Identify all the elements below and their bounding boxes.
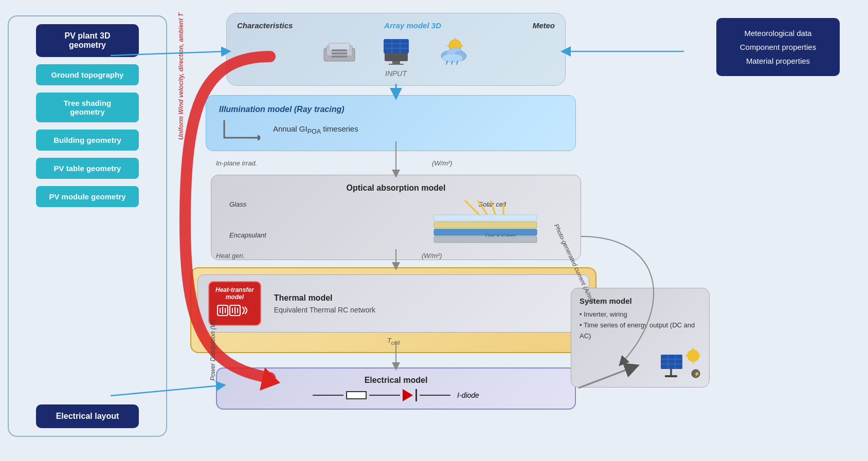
- ground-topo-box: Ground topography: [36, 64, 139, 85]
- input-header: Characteristics Array model 3D Meteo: [237, 21, 555, 30]
- svg-text:⚡: ⚡: [694, 371, 700, 377]
- pv-table-box: PV table geometry: [36, 158, 139, 179]
- svg-rect-31: [434, 215, 537, 221]
- wind-label: Uniform Wind velocity, direction, ambien…: [177, 13, 185, 140]
- diode-triangle: [403, 389, 413, 401]
- in-plane-label: In-plane irrad.: [216, 159, 257, 167]
- input-box: Characteristics Array model 3D Meteo: [226, 13, 566, 86]
- svg-rect-54: [665, 375, 677, 377]
- gi-text: Annual GIPOA timeseries: [273, 124, 358, 135]
- meteo-label: Meteo: [533, 21, 555, 30]
- heat-transfer-box: Heat-transfermodel: [208, 281, 261, 326]
- main-container: PV plant 3D geometry Ground topography T…: [0, 0, 868, 461]
- svg-marker-26: [258, 135, 260, 141]
- svg-rect-34: [434, 236, 537, 243]
- system-box: System model • Inverter, wiring • Time s…: [571, 288, 710, 388]
- wm2-illum-label: (W/m²): [432, 159, 453, 167]
- gi-sub: POA: [308, 128, 321, 135]
- wire-right: [420, 395, 450, 396]
- pv-module-box: PV module geometry: [36, 186, 139, 207]
- power-dissipation-label: Power Dissipation (W): [209, 320, 216, 381]
- svg-rect-8: [389, 64, 404, 65]
- met-line1: Meteorological data: [729, 26, 827, 40]
- heat-gen-label: Heat gen.: [216, 252, 245, 260]
- svg-rect-5: [332, 56, 347, 58]
- svg-rect-32: [434, 222, 537, 228]
- system-bullet-1: • Inverter, wiring: [580, 309, 701, 320]
- electrical-box: Electrical model I-diode: [216, 367, 576, 410]
- optical-box: Optical absorption model Glass Solar cel…: [211, 175, 581, 260]
- wire-mid: [369, 395, 400, 396]
- building-geometry-label: Building geometry: [53, 136, 121, 144]
- system-content: • Inverter, wiring • Time series of ener…: [580, 309, 701, 341]
- svg-line-29: [491, 200, 496, 216]
- thermal-area: Heat-transfermodel: [190, 267, 596, 353]
- svg-rect-3: [332, 49, 347, 51]
- array-label: Array model 3D: [384, 21, 441, 30]
- met-line3: Material properties: [729, 54, 827, 68]
- resistor-symbol: [346, 391, 367, 399]
- svg-point-43: [687, 349, 699, 362]
- left-panel: PV plant 3D geometry Ground topography T…: [8, 15, 167, 437]
- met-line2: Component properties: [729, 40, 827, 54]
- encapsulant-label: Encapsulant: [229, 231, 266, 239]
- svg-rect-4: [332, 52, 347, 54]
- char-label: Characteristics: [237, 21, 293, 30]
- diode-symbol: I-diode: [230, 389, 562, 401]
- system-bullet-2: • Time series of energy output (DC and A…: [580, 320, 701, 342]
- diagram-area: Characteristics Array model 3D Meteo: [175, 8, 715, 445]
- tcell-label: Tcell: [197, 337, 589, 346]
- thermal-content: Equivalent Thermal RC network: [274, 306, 578, 314]
- solar-monitor-icon: [378, 36, 414, 65]
- weather-icon: [435, 36, 471, 65]
- wm2-optical-label: (W/m²): [422, 252, 442, 260]
- pv-plant-box: PV plant 3D geometry: [36, 24, 139, 57]
- thermal-box: Heat-transfermodel: [197, 274, 589, 333]
- illumination-content: Annual GIPOA timeseries: [219, 118, 563, 141]
- svg-rect-33: [434, 229, 537, 235]
- tree-shading-box: Tree shading geometry: [36, 93, 139, 122]
- illumination-title: Illumination model (Ray tracing): [219, 105, 563, 114]
- electrical-layout-box: Electrical layout: [36, 404, 139, 428]
- ground-topo-label: Ground topography: [51, 70, 124, 79]
- input-icons: [321, 36, 471, 65]
- electrical-title: Electrical model: [230, 376, 562, 385]
- svg-line-27: [465, 200, 480, 216]
- chip-icon: [321, 36, 357, 65]
- meteo-data-box: Meteorological data Component properties…: [716, 18, 840, 76]
- wire-left: [313, 395, 343, 396]
- diode-bar: [415, 389, 417, 401]
- tree-shading-label: Tree shading geometry: [64, 99, 112, 116]
- optical-title: Optical absorption model: [224, 183, 568, 193]
- system-title: System model: [580, 297, 701, 305]
- diode-label: I-diode: [457, 391, 479, 399]
- input-tag: INPUT: [385, 69, 407, 78]
- svg-line-28: [478, 200, 488, 216]
- illumination-box: Illumination model (Ray tracing) Annual …: [206, 95, 576, 151]
- pv-plant-label: PV plant 3D geometry: [65, 31, 111, 49]
- pv-module-label: PV module geometry: [49, 192, 125, 201]
- building-geometry-box: Building geometry: [36, 130, 139, 151]
- svg-rect-48: [661, 355, 682, 369]
- electrical-layout-label: Electrical layout: [56, 412, 119, 420]
- thermal-title: Thermal model: [274, 293, 578, 303]
- pv-table-label: PV table geometry: [54, 164, 121, 173]
- svg-rect-7: [392, 61, 400, 64]
- svg-rect-9: [384, 39, 409, 53]
- svg-rect-53: [670, 369, 672, 375]
- glass-label: Glass: [229, 200, 246, 208]
